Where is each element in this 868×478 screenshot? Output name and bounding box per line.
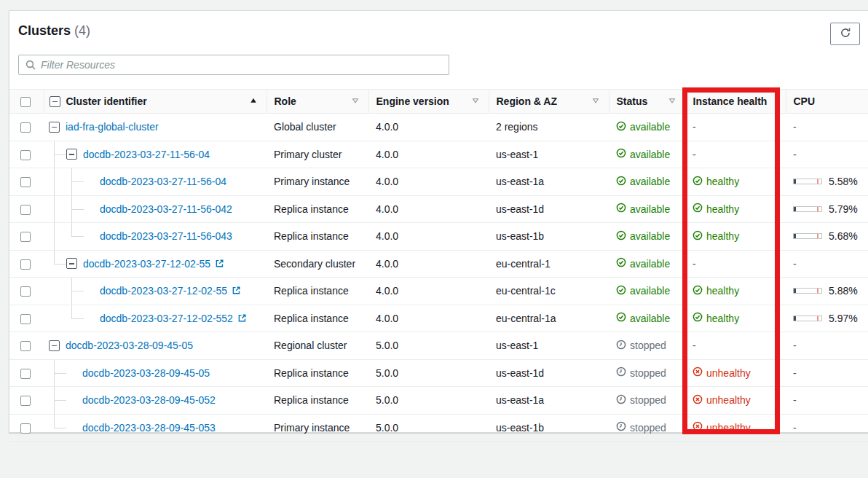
cluster-link[interactable]: docdb-2023-03-27-11-56-04 bbox=[100, 176, 226, 187]
stopped-icon bbox=[616, 367, 626, 379]
engine-version-cell: 4.0.0 bbox=[368, 168, 489, 196]
external-link-icon bbox=[237, 313, 247, 325]
region-az-cell: us-east-1d bbox=[489, 359, 609, 387]
row-checkbox[interactable] bbox=[20, 259, 31, 270]
healthy-icon bbox=[693, 230, 703, 243]
status-label: available bbox=[630, 176, 670, 187]
table-row: docdb-2023-03-27-11-56-043 Replica insta… bbox=[9, 223, 868, 251]
cpu-value: 5.88% bbox=[829, 285, 858, 297]
cluster-link[interactable]: docdb-2023-03-27-11-56-043 bbox=[100, 230, 232, 242]
available-icon bbox=[616, 203, 626, 215]
tree-connector bbox=[66, 223, 84, 250]
row-checkbox[interactable] bbox=[20, 369, 31, 379]
cpu-value: 5.68% bbox=[829, 230, 858, 242]
clusters-card: Clusters (4) Cluster identifier RoleEngi… bbox=[9, 10, 868, 433]
cpu-empty: - bbox=[793, 394, 797, 406]
tree-connector bbox=[49, 278, 66, 305]
healthy-icon bbox=[693, 285, 703, 297]
sort-icon-region bbox=[591, 95, 600, 107]
health-status: healthy bbox=[693, 285, 778, 297]
status-cell: available bbox=[616, 121, 678, 133]
status-label: stopped bbox=[630, 367, 666, 379]
status-label: available bbox=[630, 313, 670, 324]
healthy-icon bbox=[693, 203, 703, 215]
page-title: Clusters (4) bbox=[18, 23, 90, 38]
tree-connector bbox=[66, 168, 84, 195]
cluster-link[interactable]: docdb-2023-03-28-09-45-052 bbox=[82, 394, 216, 406]
column-header-status[interactable]: Status bbox=[609, 90, 685, 114]
cpu-cell: 5.79% bbox=[793, 203, 861, 215]
cpu-value: 5.97% bbox=[829, 313, 858, 324]
collapse-toggle[interactable] bbox=[66, 258, 77, 269]
select-all-checkbox[interactable] bbox=[20, 97, 31, 107]
tree-connector bbox=[66, 305, 84, 332]
health-status: healthy bbox=[693, 230, 778, 243]
table-row: docdb-2023-03-27-11-56-04 Primary instan… bbox=[9, 168, 868, 196]
engine-version-cell: 5.0.0 bbox=[368, 387, 489, 415]
available-icon bbox=[616, 230, 626, 243]
available-icon bbox=[616, 257, 626, 270]
tree-connector bbox=[49, 196, 66, 223]
role-cell: Primary instance bbox=[267, 168, 368, 196]
column-header-engine[interactable]: Engine version bbox=[368, 90, 489, 114]
row-checkbox[interactable] bbox=[20, 314, 31, 324]
health-status: unhealthy bbox=[693, 421, 778, 434]
collapse-toggle[interactable] bbox=[66, 149, 77, 160]
row-checkbox[interactable] bbox=[20, 150, 31, 160]
table-row: docdb-2023-03-27-11-56-042 Replica insta… bbox=[9, 195, 868, 223]
row-checkbox[interactable] bbox=[20, 205, 31, 215]
cluster-link[interactable]: docdb-2023-03-28-09-45-05 bbox=[82, 367, 210, 379]
row-checkbox[interactable] bbox=[20, 177, 31, 187]
cluster-link[interactable]: docdb-2023-03-27-11-56-04 bbox=[83, 149, 210, 160]
table-row: docdb-2023-03-28-09-45-05 Regional clust… bbox=[9, 332, 868, 360]
region-az-cell: us-east-1 bbox=[489, 141, 609, 168]
row-checkbox[interactable] bbox=[20, 286, 31, 297]
refresh-button[interactable] bbox=[830, 23, 860, 45]
status-label: available bbox=[630, 230, 670, 242]
filter-resources-input[interactable] bbox=[18, 55, 449, 75]
cpu-empty: - bbox=[793, 258, 797, 270]
cluster-link[interactable]: iad-fra-global-cluster bbox=[66, 121, 159, 133]
row-checkbox[interactable] bbox=[20, 423, 31, 434]
role-cell: Replica instance bbox=[267, 387, 368, 415]
cpu-bar bbox=[793, 233, 822, 239]
row-checkbox[interactable] bbox=[20, 232, 31, 242]
region-az-cell: 2 regions bbox=[489, 114, 609, 141]
engine-version-cell: 5.0.0 bbox=[368, 359, 489, 387]
collapse-toggle[interactable] bbox=[49, 340, 60, 351]
column-label-engine: Engine version bbox=[376, 95, 449, 107]
cluster-link[interactable]: docdb-2023-03-28-09-45-053 bbox=[82, 422, 216, 434]
row-checkbox[interactable] bbox=[20, 396, 31, 406]
row-checkbox[interactable] bbox=[20, 341, 31, 351]
cpu-value: 5.79% bbox=[829, 203, 858, 215]
health-empty: - bbox=[693, 121, 696, 133]
column-label-cpu: CPU bbox=[794, 95, 816, 107]
role-cell: Global cluster bbox=[267, 114, 368, 141]
engine-version-cell: 5.0.0 bbox=[368, 332, 489, 360]
cluster-link[interactable]: docdb-2023-03-27-12-02-55 bbox=[83, 258, 210, 270]
cluster-link[interactable]: docdb-2023-03-27-12-02-55 bbox=[100, 285, 227, 297]
status-label: stopped bbox=[630, 394, 666, 406]
row-checkbox[interactable] bbox=[20, 122, 31, 133]
collapse-all-toggle[interactable] bbox=[50, 96, 60, 107]
column-label-role: Role bbox=[275, 95, 296, 107]
cluster-link[interactable]: docdb-2023-03-28-09-45-05 bbox=[66, 340, 193, 351]
column-header-region[interactable]: Region & AZ bbox=[489, 90, 609, 114]
region-az-cell: us-east-1 bbox=[489, 332, 609, 360]
cluster-link[interactable]: docdb-2023-03-27-12-02-552 bbox=[100, 313, 233, 324]
engine-version-cell: 4.0.0 bbox=[368, 114, 489, 141]
column-header-id[interactable]: Cluster identifier bbox=[44, 90, 267, 114]
refresh-icon bbox=[840, 27, 851, 41]
column-header-cpu: CPU bbox=[786, 90, 868, 114]
cpu-cell: 5.58% bbox=[793, 176, 861, 187]
cpu-bar bbox=[793, 206, 822, 212]
select-all-header bbox=[9, 90, 44, 114]
column-header-role[interactable]: Role bbox=[267, 90, 368, 114]
table-row: docdb-2023-03-28-09-45-052 Replica insta… bbox=[9, 387, 868, 415]
engine-version-cell: 5.0.0 bbox=[368, 414, 489, 442]
collapse-toggle[interactable] bbox=[49, 122, 60, 133]
cluster-link[interactable]: docdb-2023-03-27-11-56-042 bbox=[100, 203, 232, 215]
tree-connector bbox=[49, 387, 66, 414]
column-header-health: Instance health bbox=[685, 90, 786, 114]
available-icon bbox=[616, 121, 626, 133]
